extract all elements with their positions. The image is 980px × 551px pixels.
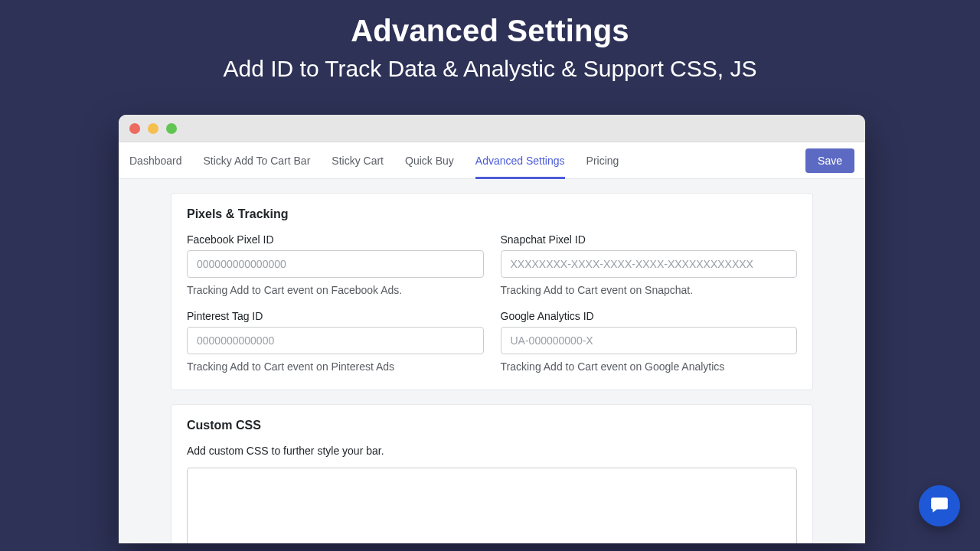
tab-pricing[interactable]: Pricing: [586, 142, 619, 178]
nav-bar: Dashboard Sticky Add To Cart Bar Sticky …: [119, 142, 865, 179]
app-window: Dashboard Sticky Add To Cart Bar Sticky …: [119, 115, 865, 543]
tab-quick-buy[interactable]: Quick Buy: [405, 142, 454, 178]
page-subtitle: Add ID to Track Data & Analystic & Suppo…: [0, 56, 980, 82]
snapchat-input[interactable]: [501, 250, 798, 278]
snapchat-help: Tracking Add to Cart event on Snapchat.: [501, 284, 798, 296]
pixels-card: Pixels & Tracking Facebook Pixel ID Trac…: [171, 193, 813, 390]
pinterest-field-group: Pinterest Tag ID Tracking Add to Cart ev…: [187, 310, 484, 373]
custom-css-card: Custom CSS Add custom CSS to further sty…: [171, 404, 813, 543]
save-button[interactable]: Save: [805, 148, 854, 173]
google-field-group: Google Analytics ID Tracking Add to Cart…: [501, 310, 798, 373]
minimize-icon[interactable]: [148, 123, 158, 134]
google-input[interactable]: [501, 327, 798, 354]
pinterest-input[interactable]: [187, 327, 484, 354]
tab-dashboard[interactable]: Dashboard: [129, 142, 182, 178]
tab-sticky-add-to-cart[interactable]: Sticky Add To Cart Bar: [204, 142, 311, 178]
google-help: Tracking Add to Cart event on Google Ana…: [501, 360, 798, 373]
google-label: Google Analytics ID: [501, 310, 798, 322]
snapchat-label: Snapchat Pixel ID: [501, 233, 798, 246]
pinterest-help: Tracking Add to Cart event on Pinterest …: [187, 360, 484, 373]
page-title: Advanced Settings: [0, 14, 980, 48]
css-description: Add custom CSS to further style your bar…: [187, 445, 797, 457]
tab-sticky-cart[interactable]: Sticky Cart: [332, 142, 384, 178]
window-titlebar: [119, 115, 865, 142]
chat-button[interactable]: [919, 485, 960, 527]
pinterest-label: Pinterest Tag ID: [187, 310, 484, 322]
facebook-help: Tracking Add to Cart event on Facebook A…: [187, 284, 484, 296]
fullscreen-icon[interactable]: [166, 123, 177, 134]
close-icon[interactable]: [129, 123, 140, 134]
chat-icon: [929, 494, 949, 517]
tabs: Dashboard Sticky Add To Cart Bar Sticky …: [129, 142, 805, 178]
pixels-title: Pixels & Tracking: [187, 207, 797, 221]
facebook-label: Facebook Pixel ID: [187, 233, 484, 246]
css-title: Custom CSS: [187, 419, 797, 432]
tab-advanced-settings[interactable]: Advanced Settings: [475, 142, 565, 178]
custom-css-input[interactable]: [187, 468, 797, 543]
facebook-field-group: Facebook Pixel ID Tracking Add to Cart e…: [187, 233, 484, 296]
facebook-input[interactable]: [187, 250, 484, 278]
snapchat-field-group: Snapchat Pixel ID Tracking Add to Cart e…: [501, 233, 798, 296]
